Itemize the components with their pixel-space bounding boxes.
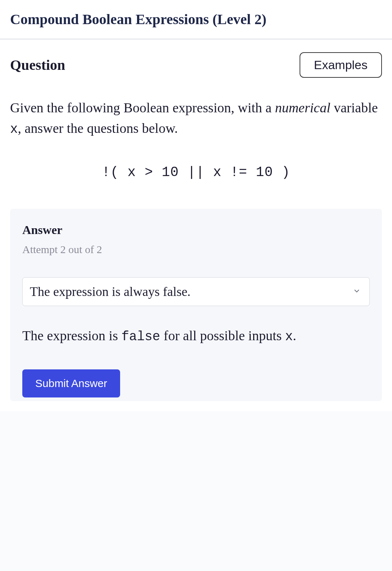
answer-dropdown[interactable]: The expression is always false. (22, 277, 370, 306)
question-header-row: Question Examples (10, 52, 382, 78)
explanation-mid: for all possible inputs (160, 328, 285, 343)
answer-heading: Answer (22, 223, 370, 237)
submit-button[interactable]: Submit Answer (22, 369, 120, 397)
answer-explanation: The expression is false for all possible… (22, 324, 370, 348)
explanation-post: . (293, 328, 296, 343)
examples-button[interactable]: Examples (300, 52, 382, 78)
boolean-expression: !( x > 10 || x != 10 ) (10, 165, 382, 180)
prompt-text-pre: Given the following Boolean expression, … (10, 100, 275, 115)
explanation-pre: The expression is (22, 328, 121, 343)
page-header: Compound Boolean Expressions (Level 2) (0, 0, 392, 39)
explanation-code: false (121, 329, 160, 344)
page-title: Compound Boolean Expressions (Level 2) (10, 11, 382, 28)
prompt-text-post: , answer the questions below. (18, 121, 178, 136)
question-heading: Question (10, 57, 65, 73)
answer-select-wrapper: The expression is always false. (22, 277, 370, 306)
prompt-italic: numerical (275, 100, 331, 115)
attempt-counter: Attempt 2 out of 2 (22, 243, 370, 256)
explanation-var: x (285, 329, 293, 344)
prompt-text-mid: variable (331, 100, 378, 115)
main-content: Question Examples Given the following Bo… (0, 39, 392, 411)
answer-section: Answer Attempt 2 out of 2 The expression… (10, 209, 382, 401)
question-prompt: Given the following Boolean expression, … (10, 98, 382, 139)
prompt-variable: x (10, 122, 18, 137)
